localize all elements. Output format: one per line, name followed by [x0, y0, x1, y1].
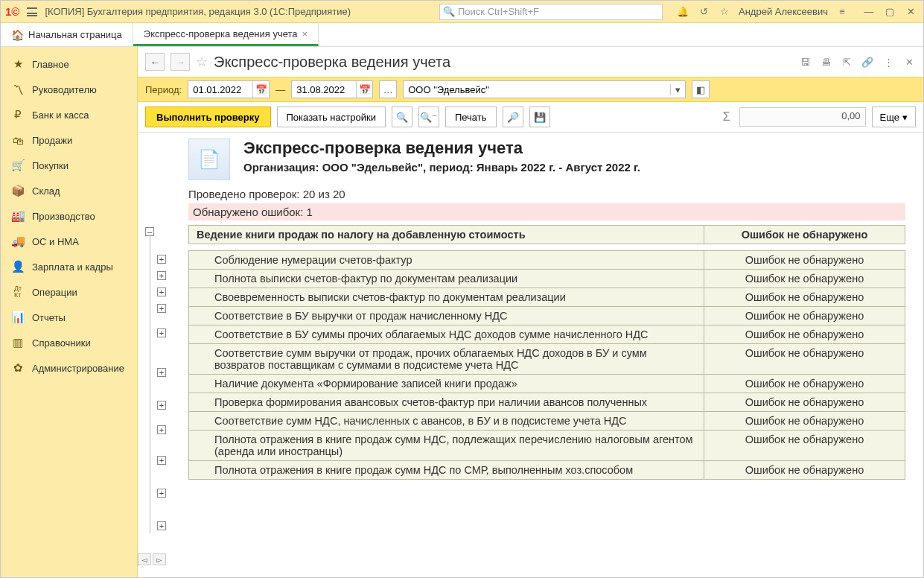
page-header: ← → ☆ Экспресс-проверка ведения учета 🖫 … — [138, 47, 923, 77]
global-search[interactable]: 🔍 Поиск Ctrl+Shift+F — [439, 4, 663, 20]
find-clear-button[interactable]: 🔍⁻ — [418, 107, 439, 127]
page-title: Экспресс-проверка ведения учета — [214, 54, 450, 71]
close-page-icon[interactable]: ✕ — [902, 55, 916, 69]
sidebar-item-sales[interactable]: 🛍Продажи — [1, 127, 137, 153]
chevron-down-icon: ▾ — [902, 112, 908, 123]
action-toolbar: Выполнить проверку Показать настройки 🔍 … — [138, 102, 923, 133]
hamburger-icon[interactable] — [25, 5, 39, 19]
check-status-cell: Ошибок не обнаружено — [704, 461, 905, 480]
date-from-input[interactable] — [188, 84, 252, 95]
history-icon[interactable]: ↺ — [697, 5, 710, 19]
date-from-field[interactable]: 📅 — [188, 80, 270, 98]
favorite-star-icon[interactable]: ☆ — [196, 54, 208, 70]
expand-node-button[interactable]: + — [157, 521, 166, 530]
bell-icon[interactable]: 🔔 — [676, 5, 689, 19]
group-status: Ошибок не обнаружено — [704, 226, 905, 244]
star-icon[interactable]: ☆ — [718, 5, 731, 19]
link-icon[interactable]: 🔗 — [861, 55, 874, 69]
expand-node-button[interactable]: + — [157, 425, 166, 434]
expand-node-button[interactable]: + — [157, 328, 166, 337]
check-name-cell: Соответствие сумм НДС, начисленных с ава… — [189, 412, 704, 431]
date-to-input[interactable] — [292, 84, 356, 95]
settings-lines-icon[interactable]: ≡ — [835, 5, 849, 19]
report-doc-icon: 📄 — [188, 139, 230, 180]
expand-node-button[interactable]: + — [157, 304, 166, 313]
run-check-button[interactable]: Выполнить проверку — [145, 107, 271, 127]
expand-node-button[interactable]: + — [157, 489, 166, 498]
sheet-prev-button[interactable]: ◅ — [138, 553, 151, 565]
print-button[interactable]: Печать — [445, 107, 497, 127]
table-row: Соответствие сумм НДС, начисленных с ава… — [189, 412, 905, 431]
period-picker-button[interactable]: … — [379, 80, 397, 98]
preview-button[interactable]: 🔎 — [503, 107, 523, 127]
check-status-cell: Ошибок не обнаружено — [704, 344, 905, 375]
org-open-button[interactable]: ◧ — [692, 80, 710, 98]
show-settings-button[interactable]: Показать настройки — [277, 107, 386, 127]
sheet-next-button[interactable]: ▻ — [153, 553, 166, 565]
expand-node-button[interactable]: + — [157, 255, 166, 264]
user-name[interactable]: Андрей Алексеевич — [739, 6, 828, 17]
check-status-cell: Ошибок не обнаружено — [704, 270, 905, 288]
sidebar-item-production[interactable]: 🏭Производство — [1, 203, 137, 229]
check-name-cell: Соблюдение нумерации счетов-фактур — [189, 251, 704, 270]
sidebar-item-assets[interactable]: 🚚ОС и НМА — [1, 229, 137, 254]
more-button[interactable]: Еще▾ — [872, 107, 916, 127]
close-button[interactable]: ✕ — [902, 5, 919, 19]
org-select[interactable]: ▾ — [403, 80, 686, 98]
calendar-icon[interactable]: 📅 — [356, 81, 372, 98]
sidebar-item-refs[interactable]: ▥Справочники — [1, 330, 137, 355]
sidebar-item-operations[interactable]: ДтКтОперации — [1, 279, 137, 305]
print-icon[interactable]: 🖶 — [819, 55, 832, 69]
table-row: Своевременность выписки счетов-фактур по… — [189, 288, 905, 307]
collapse-node-button[interactable]: – — [145, 227, 154, 236]
gear-icon: ✿ — [11, 361, 25, 375]
check-status-cell: Ошибок не обнаружено — [704, 307, 905, 325]
sidebar-item-hr[interactable]: 👤Зарплата и кадры — [1, 254, 137, 279]
find-button[interactable]: 🔍 — [392, 107, 412, 127]
chevron-down-icon[interactable]: ▾ — [670, 84, 685, 95]
table-row: Полнота выписки счетов-фактур по докумен… — [189, 270, 905, 288]
expand-node-button[interactable]: + — [157, 271, 166, 280]
nav-back-button[interactable]: ← — [145, 53, 165, 71]
tab-home[interactable]: 🏠 Начальная страница — [1, 23, 133, 46]
export-icon[interactable]: ⇱ — [840, 55, 853, 69]
org-input[interactable] — [404, 84, 670, 95]
kebab-icon[interactable]: ⋮ — [882, 55, 895, 69]
save-report-icon[interactable]: 🖫 — [798, 55, 812, 69]
expand-node-button[interactable]: + — [157, 368, 166, 377]
sidebar-item-bank[interactable]: ₽Банк и касса — [1, 102, 137, 127]
date-to-field[interactable]: 📅 — [291, 80, 373, 98]
report-area[interactable]: – + + + + + + + + + + + 📄 Экспресс-прове… — [138, 133, 923, 577]
checks-done-line: Проведено проверок: 20 из 20 — [188, 188, 905, 200]
tab-express-check[interactable]: Экспресс-проверка ведения учета × — [133, 23, 319, 46]
sidebar-item-admin[interactable]: ✿Администрирование — [1, 355, 137, 381]
sidebar-item-label: Операции — [32, 287, 77, 298]
sidebar-item-stock[interactable]: 📦Склад — [1, 178, 137, 203]
table-row: Соответствие сумм выручки от продаж, про… — [189, 344, 905, 375]
sigma-icon: Σ — [723, 110, 730, 124]
check-name-cell: Полнота отражения в книге продаж сумм НД… — [189, 431, 704, 461]
group-title: Ведение книги продаж по налогу на добавл… — [189, 226, 704, 244]
sidebar-item-label: Руководителю — [32, 84, 97, 95]
calendar-icon[interactable]: 📅 — [252, 81, 269, 98]
expand-node-button[interactable]: + — [157, 288, 166, 296]
expand-node-button[interactable]: + — [157, 401, 166, 410]
tabbar: 🏠 Начальная страница Экспресс-проверка в… — [1, 23, 923, 47]
sidebar-item-main[interactable]: ★Главное — [1, 51, 137, 77]
sidebar-item-manager[interactable]: 〽Руководителю — [1, 77, 137, 102]
sidebar-item-reports[interactable]: 📊Отчеты — [1, 305, 137, 330]
check-status-cell: Ошибок не обнаружено — [704, 431, 905, 461]
sidebar-item-purchases[interactable]: 🛒Покупки — [1, 153, 137, 178]
check-status-cell: Ошибок не обнаружено — [704, 393, 905, 412]
save-button[interactable]: 💾 — [529, 107, 550, 127]
report-title: Экспресс-проверка ведения учета — [243, 139, 640, 158]
tab-close-icon[interactable]: × — [302, 28, 308, 39]
expand-node-button[interactable]: + — [157, 456, 166, 465]
search-icon: 🔍 — [443, 6, 455, 17]
nav-forward-button[interactable]: → — [171, 53, 190, 71]
report-subtitle: Организация: ООО "Эдельвейс", период: Ян… — [243, 161, 640, 174]
logo-1c: 1© — [5, 5, 19, 18]
minimize-button[interactable]: — — [861, 5, 877, 19]
check-name-cell: Наличие документа «Формирование записей … — [189, 375, 704, 393]
maximize-button[interactable]: ▢ — [882, 5, 898, 19]
